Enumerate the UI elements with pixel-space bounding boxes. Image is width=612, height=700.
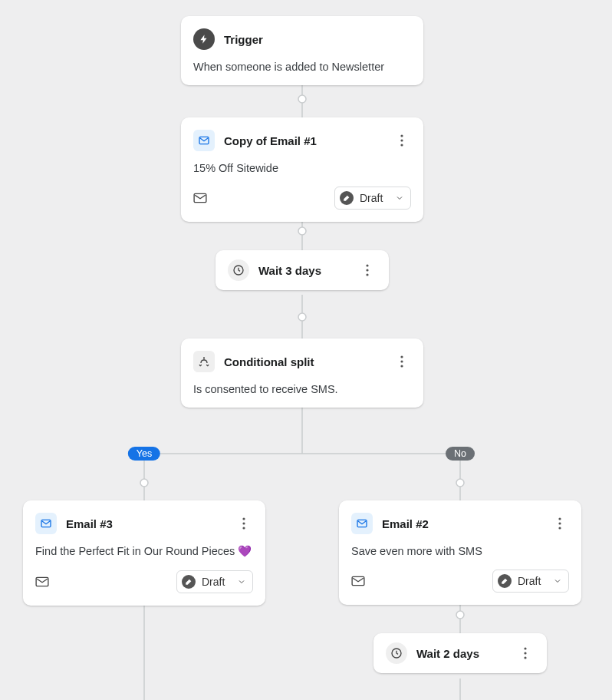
email2-card[interactable]: Email #2 Save even more with SMS Draft [339, 500, 581, 605]
svg-point-27 [400, 365, 403, 367]
svg-point-18 [400, 139, 403, 141]
svg-point-19 [400, 144, 403, 146]
trigger-description: When someone is added to Newsletter [193, 61, 411, 73]
chevron-down-icon [553, 576, 562, 586]
svg-point-23 [366, 269, 368, 271]
chevron-down-icon [237, 577, 246, 586]
wait1-card[interactable]: Wait 3 days [216, 250, 389, 290]
svg-point-36 [558, 527, 561, 529]
email2-status-select[interactable]: Draft [492, 570, 569, 593]
pencil-icon [340, 191, 354, 205]
clock-icon [228, 259, 249, 281]
branch-icon [193, 351, 215, 372]
branch-no-label: No [446, 447, 475, 461]
email2-description: Save even more with SMS [351, 545, 569, 557]
email2-title: Email #2 [382, 517, 429, 530]
svg-point-12 [456, 479, 464, 487]
split-card[interactable]: Conditional split Is consented to receiv… [181, 338, 423, 408]
svg-point-22 [366, 264, 368, 266]
svg-point-35 [558, 522, 561, 524]
email1-card[interactable]: Copy of Email #1 15% Off Sitewide Draft [181, 117, 423, 222]
wait1-menu-button[interactable] [358, 261, 377, 279]
pencil-icon [498, 574, 512, 588]
email1-status-label: Draft [360, 192, 383, 204]
svg-point-34 [558, 517, 561, 520]
email3-description: Find the Perfect Fit in Our Round Pieces… [35, 545, 253, 558]
smart-send-icon [193, 193, 207, 203]
wait2-menu-button[interactable] [516, 644, 535, 662]
mail-icon [193, 130, 215, 151]
svg-point-39 [524, 647, 526, 649]
svg-point-30 [242, 522, 245, 524]
svg-point-5 [298, 313, 306, 321]
svg-point-17 [400, 134, 403, 137]
wait2-title: Wait 2 days [416, 647, 479, 660]
svg-point-40 [524, 652, 526, 654]
email3-status-label: Draft [202, 576, 225, 588]
email1-status-select[interactable]: Draft [334, 187, 411, 210]
svg-point-41 [524, 656, 526, 659]
svg-point-9 [140, 479, 148, 487]
svg-point-14 [456, 611, 464, 619]
split-title: Conditional split [224, 355, 314, 368]
mail-icon [35, 513, 57, 534]
branch-yes-label: Yes [128, 447, 160, 461]
wait2-card[interactable]: Wait 2 days [373, 633, 547, 673]
svg-point-25 [400, 355, 403, 358]
pencil-icon [182, 575, 196, 589]
svg-point-1 [298, 95, 306, 103]
email2-status-label: Draft [518, 575, 541, 587]
email3-menu-button[interactable] [235, 514, 253, 533]
email1-menu-button[interactable] [393, 131, 411, 150]
svg-point-29 [242, 517, 245, 520]
email3-card[interactable]: Email #3 Find the Perfect Fit in Our Rou… [23, 500, 265, 606]
trigger-title: Trigger [224, 33, 263, 46]
chevron-down-icon [395, 193, 404, 203]
svg-point-31 [242, 527, 245, 529]
mail-icon [351, 513, 373, 534]
clock-icon [386, 642, 407, 664]
wait1-title: Wait 3 days [258, 264, 321, 277]
split-description: Is consented to receive SMS. [193, 383, 411, 395]
svg-point-26 [400, 360, 403, 362]
smart-send-icon [35, 576, 49, 587]
bolt-icon [193, 28, 215, 50]
email1-description: 15% Off Sitewide [193, 162, 411, 174]
split-menu-button[interactable] [393, 352, 411, 371]
trigger-card[interactable]: Trigger When someone is added to Newslet… [181, 16, 423, 85]
email1-title: Copy of Email #1 [224, 134, 317, 147]
email3-status-select[interactable]: Draft [176, 570, 253, 593]
svg-point-24 [366, 273, 368, 276]
smart-send-icon [351, 576, 365, 586]
email3-title: Email #3 [66, 517, 113, 530]
svg-point-3 [298, 227, 306, 235]
email2-menu-button[interactable] [551, 514, 569, 533]
